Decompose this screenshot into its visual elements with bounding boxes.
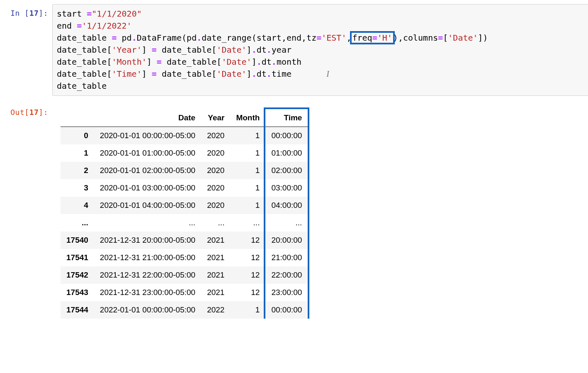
code-cell[interactable]: start ="1/1/2020" end ='1/1/2022' date_t… [52, 4, 588, 96]
col-year: Year [201, 109, 230, 127]
table-row: 175432021-12-31 23:00:00-05:0020211223:0… [61, 284, 308, 301]
text-cursor-icon: I [326, 68, 329, 80]
cell-month: 1 [230, 144, 265, 162]
col-time: Time [265, 109, 308, 127]
cell-year: 2020 [201, 179, 230, 197]
cell-month: 1 [230, 197, 265, 214]
cell-date: 2021-12-31 21:00:00-05:00 [94, 249, 201, 266]
cell-year: 2020 [201, 127, 230, 145]
output-cell: Out[17]: Date Year Month Time 02020-01-0… [2, 103, 588, 319]
input-cell: In [17]: start ="1/1/2020" end ='1/1/202… [2, 4, 588, 103]
table-header-row: Date Year Month Time [61, 109, 308, 127]
row-index: 17543 [61, 284, 94, 301]
row-index: 17544 [61, 301, 94, 319]
cell-month: 1 [230, 301, 265, 319]
cell-year: 2020 [201, 162, 230, 179]
row-index: 17542 [61, 266, 94, 284]
table-row: 175402021-12-31 20:00:00-05:0020211220:0… [61, 232, 308, 249]
row-index: 4 [61, 197, 94, 214]
cell-date: 2021-12-31 22:00:00-05:00 [94, 266, 201, 284]
dataframe-table: Date Year Month Time 02020-01-01 00:00:0… [61, 109, 308, 319]
cell-time: 04:00:00 [265, 197, 308, 214]
cell-date: 2020-01-01 03:00:00-05:00 [94, 179, 201, 197]
cell-time: 22:00:00 [265, 266, 308, 284]
output-prompt: Out[17]: [2, 103, 52, 117]
table-row: 02020-01-01 00:00:00-05:002020100:00:00 [61, 127, 308, 145]
cell-time: 23:00:00 [265, 284, 308, 301]
cell-year: 2021 [201, 232, 230, 249]
table-row: 42020-01-01 04:00:00-05:002020104:00:00 [61, 197, 308, 214]
col-index [61, 109, 94, 127]
cell-month: 1 [230, 179, 265, 197]
cell-time: 03:00:00 [265, 179, 308, 197]
cell-year: 2020 [201, 144, 230, 162]
table-row: 175412021-12-31 21:00:00-05:0020211221:0… [61, 249, 308, 266]
cell-month: 12 [230, 266, 265, 284]
cell-year: 2021 [201, 266, 230, 284]
cell-year: 2022 [201, 301, 230, 319]
row-index: 1 [61, 144, 94, 162]
table-row: 22020-01-01 02:00:00-05:002020102:00:00 [61, 162, 308, 179]
input-content: start ="1/1/2020" end ='1/1/2022' date_t… [52, 4, 588, 103]
col-date: Date [94, 109, 201, 127]
cell-year: ... [201, 214, 230, 232]
cell-month: 12 [230, 249, 265, 266]
cell-date: 2020-01-01 01:00:00-05:00 [94, 144, 201, 162]
row-index: 17541 [61, 249, 94, 266]
cell-month: 1 [230, 127, 265, 145]
out-label: Out[17]: [10, 108, 48, 117]
cell-month: 12 [230, 232, 265, 249]
cell-year: 2021 [201, 249, 230, 266]
code-text[interactable]: start ="1/1/2020" end ='1/1/2022' date_t… [57, 8, 586, 92]
cell-month: ... [230, 214, 265, 232]
row-index: 2 [61, 162, 94, 179]
cell-date: ... [94, 214, 201, 232]
input-prompt: In [17]: [2, 4, 52, 18]
table-row: 175422021-12-31 22:00:00-05:0020211222:0… [61, 266, 308, 284]
cell-time: 20:00:00 [265, 232, 308, 249]
notebook: In [17]: start ="1/1/2020" end ='1/1/202… [0, 0, 588, 319]
cell-date: 2021-12-31 20:00:00-05:00 [94, 232, 201, 249]
cell-time: 01:00:00 [265, 144, 308, 162]
table-row: ............... [61, 214, 308, 232]
row-index: 17540 [61, 232, 94, 249]
row-index: 0 [61, 127, 94, 145]
cell-date: 2020-01-01 00:00:00-05:00 [94, 127, 201, 145]
cell-time: 00:00:00 [265, 127, 308, 145]
row-index: ... [61, 214, 94, 232]
output-content: Date Year Month Time 02020-01-01 00:00:0… [52, 103, 588, 319]
cell-time: 21:00:00 [265, 249, 308, 266]
cell-time: 00:00:00 [265, 301, 308, 319]
table-row: 175442022-01-01 00:00:00-05:002022100:00… [61, 301, 308, 319]
cell-year: 2021 [201, 284, 230, 301]
freq-highlight: freq='H' [352, 33, 393, 43]
table-row: 12020-01-01 01:00:00-05:002020101:00:00 [61, 144, 308, 162]
cell-date: 2020-01-01 02:00:00-05:00 [94, 162, 201, 179]
cell-year: 2020 [201, 197, 230, 214]
cell-time: 02:00:00 [265, 162, 308, 179]
col-month: Month [230, 109, 265, 127]
table-row: 32020-01-01 03:00:00-05:002020103:00:00 [61, 179, 308, 197]
cell-date: 2022-01-01 00:00:00-05:00 [94, 301, 201, 319]
row-index: 3 [61, 179, 94, 197]
cell-date: 2021-12-31 23:00:00-05:00 [94, 284, 201, 301]
cell-date: 2020-01-01 04:00:00-05:00 [94, 197, 201, 214]
in-label: In [17]: [10, 9, 48, 17]
cell-time: ... [265, 214, 308, 232]
cell-month: 12 [230, 284, 265, 301]
cell-month: 1 [230, 162, 265, 179]
